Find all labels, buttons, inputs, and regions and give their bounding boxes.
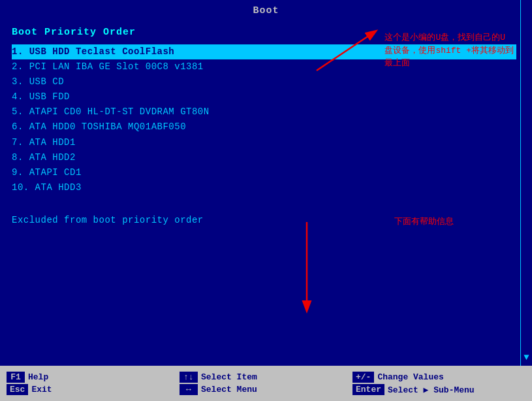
status-bar-item: +/-Change Values [352,372,525,383]
status-bar-item: ↔Select Menu [180,384,352,395]
status-label: Select ▶ Sub-Menu [388,385,475,395]
status-key: Esc [7,384,28,395]
status-bar-item: F1Help [7,372,180,383]
arrow-bottom [287,222,326,313]
status-key: Enter [352,384,384,395]
status-label: Change Values [377,372,443,382]
status-key: F1 [7,372,25,383]
boot-list-item[interactable]: 6. ATA HDD0 TOSHIBA MQ01ABF050 [12,120,516,135]
boot-list-item[interactable]: 7. ATA HDD1 [12,135,516,150]
boot-list-item[interactable]: 4. USB FDD [12,89,516,104]
annotation-mid: 下面有帮助信息 [394,216,454,227]
status-bar-inner: F1Help↑↓Select Item+/-Change ValuesEscEx… [7,372,525,395]
status-bar-item: ↑↓Select Item [180,372,352,383]
status-bar-item: EnterSelect ▶ Sub-Menu [352,384,525,395]
status-key: +/- [352,372,374,383]
scroll-down-arrow[interactable]: ▼ [524,352,529,362]
boot-list-item[interactable]: 10. ATA HDD3 [12,180,516,195]
status-key: ↑↓ [180,372,198,383]
status-label: Exit [31,385,52,394]
bios-screen: Boot ▼ Boot Priority Order 1. USB HDD Te… [0,0,532,366]
status-bar: F1Help↑↓Select Item+/-Change ValuesEscEx… [0,366,532,401]
boot-list-item[interactable]: 5. ATAPI CD0 HL-DT-ST DVDRAM GT80N [12,104,516,120]
status-key: ↔ [180,384,198,395]
status-bar-item: EscExit [7,384,180,395]
boot-list-item[interactable]: 9. ATAPI CD1 [12,165,516,180]
status-label: Select Menu [201,385,257,394]
status-label: Help [28,372,48,382]
boot-list-item[interactable]: 3. USB CD [12,74,516,89]
status-label: Select Item [201,372,257,382]
bios-title: Boot [0,0,532,20]
boot-list-item[interactable]: 8. ATA HDD2 [12,150,516,165]
title-text: Boot [253,5,279,16]
annotation-top-right: 这个是小编的U盘，找到自己的U 盘设备，使用shift +将其移动到 最上面 [384,31,514,70]
